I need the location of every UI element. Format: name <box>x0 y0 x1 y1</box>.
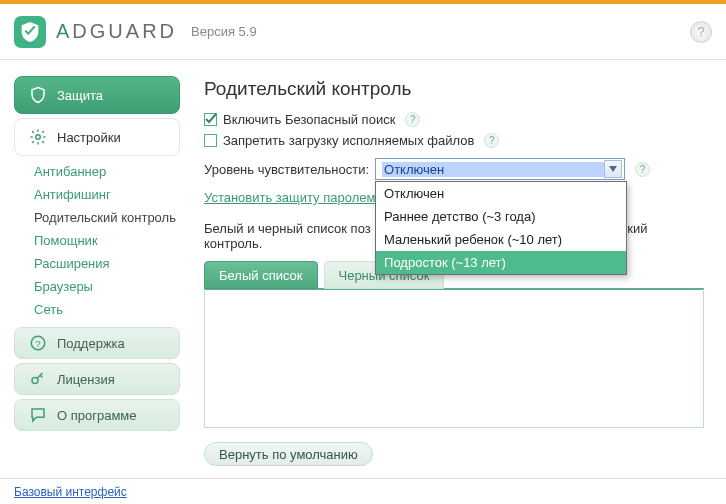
block-exec-label: Запретить загрузку исполняемых файлов <box>223 133 474 148</box>
safe-search-row[interactable]: Включить Безопасный поиск ? <box>204 112 704 127</box>
hint-icon[interactable]: ? <box>635 162 650 177</box>
sidebar-item-assistant[interactable]: Помощник <box>34 229 190 252</box>
brand-name: ADGUARD <box>56 20 177 43</box>
sidebar-item-browsers[interactable]: Браузеры <box>34 275 190 298</box>
sidebar-item-network[interactable]: Сеть <box>34 298 190 321</box>
sidebar-item-parental[interactable]: Родительский контроль <box>34 206 190 229</box>
nav-settings[interactable]: Настройки <box>14 118 180 156</box>
nav-label: Настройки <box>57 130 121 145</box>
tab-whitelist[interactable]: Белый список <box>204 261 318 289</box>
nav-license[interactable]: Лицензия <box>14 363 180 395</box>
sidebar: Защита Настройки Антибаннер Антифишинг Р… <box>0 60 190 478</box>
chevron-down-icon[interactable] <box>604 160 622 178</box>
sensitivity-select[interactable]: Отключен Отключен Раннее детство (~3 год… <box>375 158 625 180</box>
nav-label: Поддержка <box>57 336 125 351</box>
hint-icon[interactable]: ? <box>484 133 499 148</box>
checkbox-checked-icon[interactable] <box>204 113 217 126</box>
main-panel: Родительский контроль Включить Безопасны… <box>190 60 726 478</box>
nav-label: Защита <box>57 88 103 103</box>
dropdown-option[interactable]: Отключен <box>376 182 626 205</box>
gear-icon <box>29 128 47 146</box>
whitelist-listbox[interactable] <box>204 288 704 428</box>
hint-icon[interactable]: ? <box>405 112 420 127</box>
page-title: Родительский контроль <box>204 78 704 100</box>
reset-defaults-button[interactable]: Вернуть по умолчанию <box>204 442 373 466</box>
svg-point-0 <box>36 135 41 140</box>
dropdown-option[interactable]: Подросток (~13 лет) <box>376 251 626 274</box>
block-exec-row[interactable]: Запретить загрузку исполняемых файлов ? <box>204 133 704 148</box>
nav-about[interactable]: О программе <box>14 399 180 431</box>
app-header: ADGUARD Версия 5.9 ? <box>0 4 726 60</box>
checkbox-unchecked-icon[interactable] <box>204 134 217 147</box>
safe-search-label: Включить Безопасный поиск <box>223 112 395 127</box>
set-password-link[interactable]: Установить защиту паролем <box>204 190 375 205</box>
dropdown-option[interactable]: Раннее детство (~3 года) <box>376 205 626 228</box>
nav-support[interactable]: ? Поддержка <box>14 327 180 359</box>
sidebar-item-extensions[interactable]: Расширения <box>34 252 190 275</box>
help-icon[interactable]: ? <box>690 21 712 43</box>
svg-text:?: ? <box>35 338 41 349</box>
key-icon <box>29 370 47 388</box>
sensitivity-label: Уровень чувствительности: <box>204 162 369 177</box>
nav-label: О программе <box>57 408 137 423</box>
question-icon: ? <box>29 334 47 352</box>
sidebar-item-antiphishing[interactable]: Антифишинг <box>34 183 190 206</box>
sensitivity-dropdown: Отключен Раннее детство (~3 года) Малень… <box>375 181 627 275</box>
version-label: Версия 5.9 <box>191 24 257 39</box>
select-value: Отключен <box>382 162 604 177</box>
dropdown-option[interactable]: Маленький ребенок (~10 лет) <box>376 228 626 251</box>
shield-icon <box>29 86 47 104</box>
footer: Базовый интерфейс <box>0 478 726 504</box>
nav-protection[interactable]: Защита <box>14 76 180 114</box>
basic-ui-link[interactable]: Базовый интерфейс <box>14 485 127 499</box>
speech-icon <box>29 406 47 424</box>
svg-point-3 <box>32 378 38 384</box>
nav-label: Лицензия <box>57 372 115 387</box>
adguard-shield-icon <box>14 16 46 48</box>
sidebar-item-antibanner[interactable]: Антибаннер <box>34 160 190 183</box>
